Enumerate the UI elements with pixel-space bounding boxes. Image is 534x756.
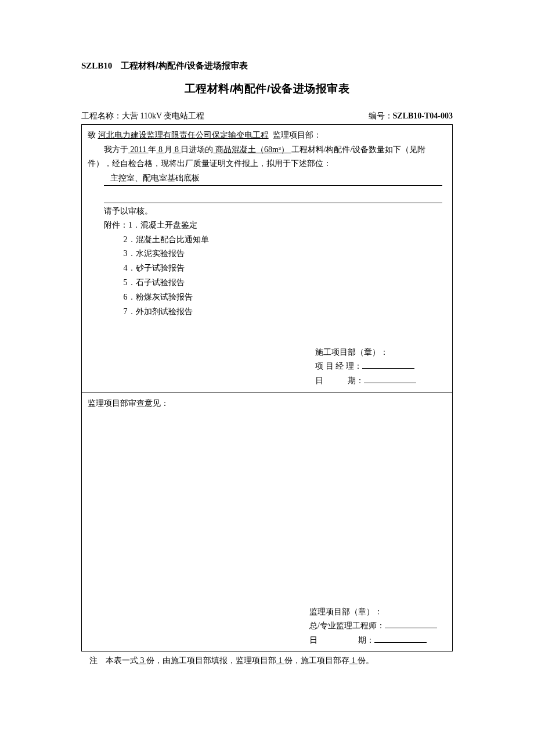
fn-suffix: 份。 [358, 656, 374, 665]
attachment-list: 2．混凝土配合比通知单 3．水泥实验报告 4．砂子试验报告 5．石子试验报告 6… [124, 233, 446, 319]
footnote: 注 本表一式 3 份，由施工项目部填报，监理项目部 1 份，施工项目部存 1 份… [89, 654, 453, 668]
attach-3: 3．水泥实验报告 [124, 247, 446, 261]
attach-7: 7．外加剂试验报告 [124, 305, 446, 319]
attach-6: 6．粉煤灰试验报告 [124, 290, 446, 305]
attach-5: 5．石子试验报告 [124, 276, 446, 290]
sup-eng-label: 总/专业监理工程师： [309, 621, 385, 630]
header-code: SZLB10 工程材料/构配件/设备进场报审表 [81, 58, 453, 73]
sup-date-line[interactable] [374, 636, 427, 643]
fn-prefix: 注 本表一式 [89, 656, 138, 665]
supervisor-cell: 监理项目部审查意见： 监理项目部（章）： 总/专业监理工程师： 日 期： [82, 393, 453, 651]
sup-date-label: 日 期： [309, 636, 374, 645]
header-code-title: 工程材料/构配件/设备进场报审表 [121, 60, 247, 70]
sig-dept: 施工项目部（章）： [315, 345, 446, 360]
material-suffix: 工程材料/构配件/设备数量如下（见附 [291, 145, 426, 154]
line3: 件），经自检合格，现将出厂质量证明文件报上，拟用于下述部位： [88, 157, 446, 171]
fn-total: 3 [138, 656, 146, 665]
serial-field: 编号：SZLB10-T04-003 [369, 109, 453, 124]
supervisor-heading: 监理项目部审查意见： [88, 397, 446, 411]
serial-label: 编号： [369, 111, 393, 120]
year: 2011 [128, 145, 148, 154]
sig-date-line[interactable] [364, 376, 416, 383]
line2-a: 我方于 [104, 145, 128, 154]
sup-eng-line[interactable] [385, 621, 437, 628]
applicant-sig-block: 施工项目部（章）： 项 目 经 理： 日 期： [315, 345, 446, 388]
sup-dept: 监理项目部（章）： [309, 605, 452, 620]
attach-4: 4．砂子试验报告 [124, 261, 446, 276]
attach-2: 2．混凝土配合比通知单 [124, 233, 446, 247]
applicant-cell: 致 河北电力建设监理有限责任公司保定输变电工程 监理项目部： 我方于 2011 … [82, 125, 453, 393]
day: 8 [172, 145, 181, 154]
meta-row: 工程名称：大营 110kV 变电站工程 编号：SZLB10-T04-003 [81, 109, 453, 125]
fn-b: 1 [349, 656, 358, 665]
supervisor-sig-block: 监理项目部（章）： 总/专业监理工程师： 日 期： [309, 605, 452, 648]
project-label: 工程名称： [81, 111, 122, 120]
attach-intro: 附件：1．混凝土开盘鉴定 [88, 218, 446, 233]
page-title: 工程材料/构配件/设备进场报审表 [81, 79, 453, 98]
day-suffix: 日进场的 [181, 145, 213, 154]
sig-date-label: 日 期： [315, 376, 364, 385]
line5: 请予以审核。 [88, 204, 446, 219]
project-name: 大营 110kV 变电站工程 [122, 111, 204, 120]
material: 商品混凝土（68m³） [213, 145, 291, 154]
to-prefix: 致 [88, 131, 96, 139]
year-suffix: 年 [148, 145, 156, 154]
fn-mid2: 份，施工项目部存 [284, 656, 349, 665]
sig-pm-line[interactable] [362, 362, 414, 369]
fn-mid1: 份，由施工项目部填报，监理项目部 [146, 656, 276, 665]
to-company: 河北电力建设监理有限责任公司保定输变电工程 [98, 131, 269, 139]
header-code-prefix: SZLB10 [81, 61, 112, 70]
form-table: 致 河北电力建设监理有限责任公司保定输变电工程 监理项目部： 我方于 2011 … [81, 124, 453, 651]
to-suffix: 监理项目部： [273, 131, 322, 139]
month: 8 [156, 145, 164, 154]
sig-pm-label: 项 目 经 理： [315, 362, 362, 370]
project-field: 工程名称：大营 110kV 变电站工程 [81, 109, 204, 124]
month-suffix: 月 [164, 145, 172, 154]
fn-a: 1 [276, 656, 284, 665]
serial-value: SZLB10-T04-003 [393, 111, 453, 120]
usage: 主控室、配电室基础底板 [110, 174, 200, 182]
